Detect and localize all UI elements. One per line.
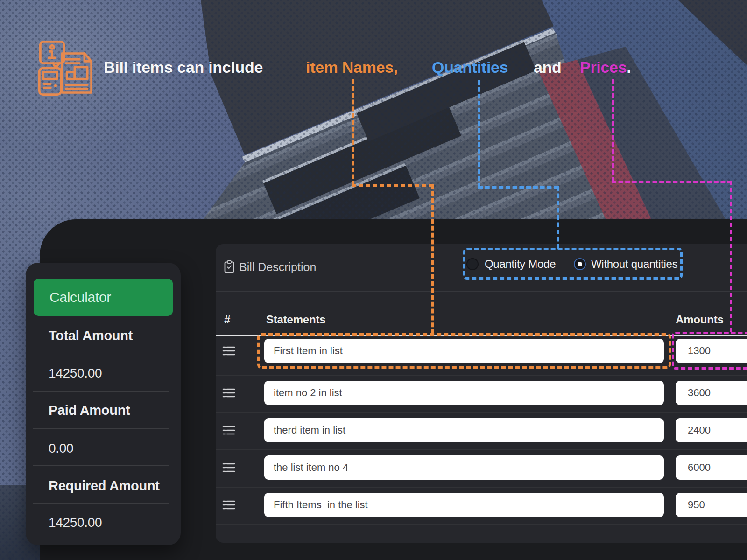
bill-description-title: Bill Description bbox=[239, 260, 316, 274]
page-title-prices: Prices. bbox=[580, 57, 631, 77]
statement-input[interactable] bbox=[264, 418, 664, 442]
row-divider bbox=[216, 524, 747, 525]
amount-input[interactable] bbox=[676, 455, 747, 480]
annotation-line-item-names bbox=[352, 184, 433, 187]
required-amount-value: 14250.00 bbox=[49, 515, 102, 530]
column-header-statements: Statements bbox=[266, 313, 325, 326]
paid-amount-label: Paid Amount bbox=[49, 403, 130, 418]
annotation-box-quantity-mode bbox=[463, 248, 683, 280]
row-divider bbox=[216, 487, 747, 488]
annotation-line-prices bbox=[730, 181, 732, 332]
total-amount-label: Total Amount bbox=[49, 328, 133, 343]
annotation-line-item-names bbox=[431, 184, 434, 334]
statement-input[interactable] bbox=[264, 381, 664, 405]
page-title-prices-word: Prices bbox=[580, 58, 627, 76]
drag-list-icon[interactable] bbox=[222, 462, 235, 475]
bill-document-icon bbox=[36, 39, 95, 99]
field-divider bbox=[33, 391, 169, 392]
calculator-button[interactable]: Calculator bbox=[34, 279, 173, 316]
annotation-line-quantities bbox=[478, 80, 480, 188]
clipboard-check-icon bbox=[224, 260, 234, 275]
amount-input[interactable] bbox=[676, 493, 747, 517]
page-title-quantities: Quantities bbox=[432, 57, 508, 77]
page-title-prefix: Bill items can include bbox=[104, 57, 263, 77]
annotation-line-item-names bbox=[352, 79, 354, 186]
annotation-line-quantities bbox=[478, 186, 558, 189]
field-divider bbox=[33, 353, 169, 353]
annotation-line-quantities bbox=[557, 186, 559, 249]
annotation-line-prices bbox=[612, 181, 732, 183]
drag-list-icon[interactable] bbox=[222, 387, 235, 400]
drag-list-icon[interactable] bbox=[222, 499, 235, 512]
annotation-box-amount bbox=[672, 332, 747, 370]
statement-input[interactable] bbox=[264, 493, 664, 517]
column-header-number: # bbox=[224, 313, 230, 326]
paid-amount-value: 0.00 bbox=[49, 441, 73, 456]
required-amount-label: Required Amount bbox=[49, 478, 160, 494]
annotation-box-item-name bbox=[257, 333, 671, 369]
drag-list-icon[interactable] bbox=[222, 425, 235, 438]
page-title-period: . bbox=[627, 58, 631, 76]
amount-input[interactable] bbox=[676, 418, 747, 442]
total-amount-value: 14250.00 bbox=[49, 366, 102, 381]
drag-list-icon[interactable] bbox=[222, 345, 235, 358]
panel-divider bbox=[204, 244, 204, 543]
annotation-line-prices bbox=[612, 79, 614, 182]
row-divider bbox=[216, 412, 747, 413]
row-divider bbox=[216, 449, 747, 450]
field-divider bbox=[33, 465, 169, 466]
building-shape-balcony bbox=[355, 40, 536, 142]
statement-input[interactable] bbox=[264, 455, 664, 480]
calculator-summary-panel: Calculator Total Amount 14250.00 Paid Am… bbox=[26, 263, 181, 545]
amount-input[interactable] bbox=[676, 381, 747, 405]
column-header-amounts: Amounts bbox=[676, 313, 724, 326]
page-title-item-names: item Names, bbox=[306, 57, 398, 77]
row-divider bbox=[216, 375, 747, 376]
field-divider bbox=[33, 503, 169, 504]
field-divider bbox=[33, 428, 169, 429]
header-divider bbox=[216, 291, 747, 292]
page-title-and: and bbox=[534, 57, 562, 77]
